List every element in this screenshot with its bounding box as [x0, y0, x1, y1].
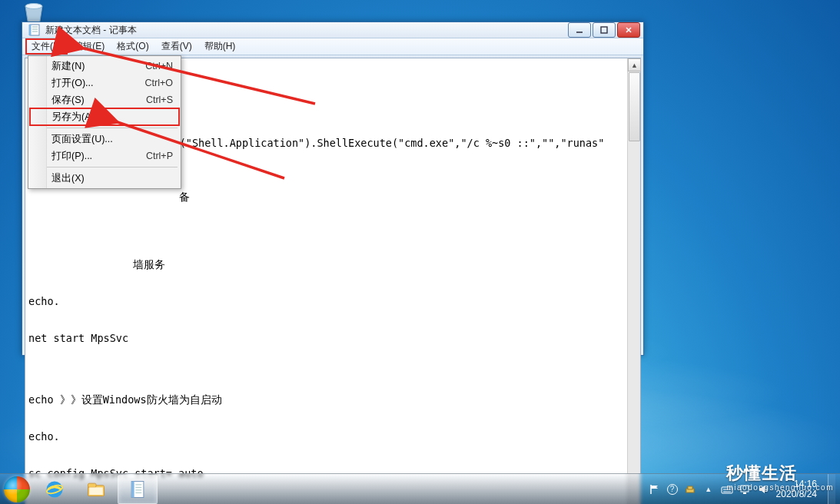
- menu-item-new[interactable]: 新建(N) Ctrl+N: [30, 58, 179, 75]
- svg-rect-15: [88, 483, 97, 487]
- scroll-up-button[interactable]: ▲: [628, 58, 641, 71]
- svg-rect-24: [688, 486, 692, 489]
- notepad-icon: [28, 24, 41, 36]
- file-menu-dropdown: 新建(N) Ctrl+N 打开(O)... Ctrl+O 保存(S) Ctrl+…: [28, 55, 181, 189]
- menu-label: 打开(O)...: [51, 77, 145, 90]
- menu-edit[interactable]: 编辑(E): [68, 38, 111, 55]
- svg-rect-7: [601, 27, 607, 33]
- menu-separator: [32, 128, 178, 128]
- menu-item-open[interactable]: 打开(O)... Ctrl+O: [30, 75, 179, 91]
- taskbar-ie-icon[interactable]: [35, 475, 75, 504]
- minimize-button[interactable]: [568, 22, 591, 38]
- titlebar[interactable]: 新建文本文档 - 记事本: [22, 22, 643, 38]
- watermark-sub: miaodongshenghuo.com: [726, 483, 834, 492]
- svg-rect-18: [131, 481, 134, 497]
- text-line: net start MpsSvc: [28, 332, 626, 344]
- menubar: 文件(F) 编辑(E) 格式(O) 查看(V) 帮助(H): [22, 38, 643, 55]
- tray-tool-icon[interactable]: [684, 483, 696, 496]
- menu-accel: Ctrl+S: [146, 94, 173, 105]
- taskbar-notepad-icon[interactable]: [118, 475, 158, 504]
- menu-item-save[interactable]: 保存(S) Ctrl+S: [30, 91, 179, 108]
- vertical-scrollbar[interactable]: ▲ ▼: [627, 58, 640, 504]
- menu-item-print[interactable]: 打印(P)... Ctrl+P: [30, 148, 179, 164]
- menu-accel: Ctrl+N: [145, 61, 173, 71]
- taskbar-explorer-icon[interactable]: [76, 475, 116, 504]
- watermark: 秒懂生活 miaodongshenghuo.com: [726, 462, 834, 492]
- menu-accel: Ctrl+P: [146, 151, 173, 161]
- tray-help-icon[interactable]: ?: [667, 484, 678, 495]
- maximize-button[interactable]: [593, 22, 616, 38]
- menu-file[interactable]: 文件(F): [25, 38, 68, 55]
- text-line: echo.: [28, 295, 626, 307]
- menu-view[interactable]: 查看(V): [155, 38, 198, 55]
- menu-format[interactable]: 格式(O): [111, 38, 154, 55]
- menu-label: 另存为(A)...: [51, 111, 173, 124]
- scroll-thumb[interactable]: [629, 72, 640, 141]
- svg-point-1: [25, 4, 42, 9]
- menu-item-save-as[interactable]: 另存为(A)...: [30, 108, 179, 125]
- menu-label: 打印(P)...: [51, 150, 146, 163]
- menu-separator: [32, 167, 178, 167]
- text-line: echo.: [28, 430, 626, 443]
- tray-chevron-up-icon[interactable]: ▴: [702, 483, 715, 496]
- menu-label: 新建(N): [51, 60, 145, 73]
- text-line: 备: [179, 191, 626, 203]
- menu-item-exit[interactable]: 退出(X): [30, 170, 179, 187]
- menu-label: 页面设置(U)...: [51, 133, 173, 146]
- text-line: 墙服务: [133, 258, 626, 270]
- menu-accel: Ctrl+O: [145, 78, 173, 88]
- svg-rect-29: [743, 492, 746, 494]
- tray-flag-icon[interactable]: [649, 483, 661, 496]
- watermark-main: 秒懂生活: [726, 463, 797, 482]
- menu-label: 退出(X): [51, 172, 173, 185]
- text-line: bject("Shell.Application").ShellExecute(…: [148, 137, 626, 149]
- menu-item-page-setup[interactable]: 页面设置(U)...: [30, 131, 179, 148]
- start-button[interactable]: [0, 474, 34, 505]
- close-button[interactable]: [617, 22, 640, 38]
- menu-label: 保存(S): [51, 94, 146, 107]
- taskbar: ? ▴ 14:16 2020/8/24: [0, 473, 840, 504]
- svg-rect-2: [30, 25, 39, 35]
- window-title: 新建文本文档 - 记事本: [45, 24, 137, 37]
- text-line: echo 》》设置Windows防火墙为自启动: [28, 393, 626, 406]
- svg-rect-16: [89, 487, 103, 495]
- menu-help[interactable]: 帮助(H): [198, 38, 242, 55]
- desktop: 新建文本文档 - 记事本 文件(F) 编辑(E) 格式(O) 查看(V) 帮助(…: [0, 0, 840, 504]
